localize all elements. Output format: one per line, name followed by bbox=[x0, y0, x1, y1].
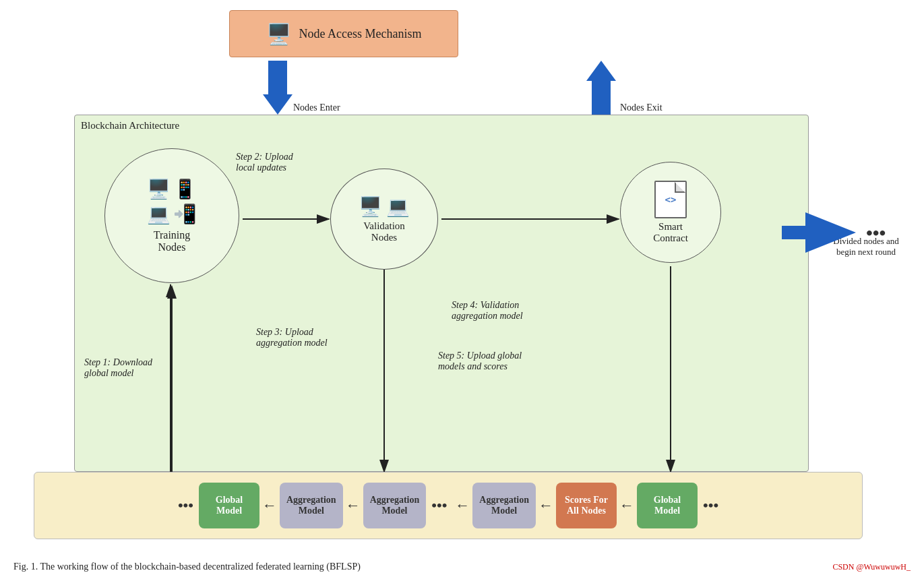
arrow-3: ← bbox=[455, 497, 470, 514]
step3-label: Step 3: Upload aggregation model bbox=[256, 327, 328, 348]
desktop2-icon: 🖥️ bbox=[359, 195, 382, 218]
step5-label: Step 5: Upload global models and scores bbox=[438, 351, 522, 372]
validation-nodes-circle: 🖥️ 💻 ValidationNodes bbox=[330, 169, 438, 270]
training-nodes-circle: 🖥️ 📱 💻 📲 Training Nodes bbox=[104, 148, 239, 283]
laptop-icon: 💻 bbox=[147, 203, 171, 225]
laptop2-icon: 💻 bbox=[386, 195, 410, 218]
global-model-box-right: GlobalModel bbox=[637, 483, 698, 528]
smart-contract-doc-icon: <> bbox=[654, 181, 687, 218]
dots-middle: ••• bbox=[431, 497, 447, 514]
main-container: 🖥️ Node Access Mechanism Nodes Enter Nod… bbox=[0, 0, 924, 579]
arrow-5: ← bbox=[619, 497, 634, 514]
dots-right: ••• bbox=[703, 497, 718, 514]
tablet-icon: 📱 bbox=[173, 178, 197, 200]
down-arrow-svg bbox=[263, 61, 292, 115]
nodes-enter-label: Nodes Enter bbox=[293, 102, 340, 113]
validation-icons: 🖥️ 💻 bbox=[359, 195, 410, 218]
validation-nodes-label: ValidationNodes bbox=[363, 220, 405, 243]
training-icons: 🖥️ 📱 💻 📲 bbox=[147, 178, 197, 225]
step1-label: Step 1: Download global model bbox=[84, 357, 152, 379]
blockchain-label: Blockchain Architecture bbox=[81, 120, 179, 131]
node-access-label: Node Access Mechanism bbox=[299, 27, 422, 41]
arrow-2: ← bbox=[346, 497, 361, 514]
computer-icon: 🖥️ bbox=[266, 22, 291, 46]
up-arrow-svg bbox=[586, 61, 616, 115]
divided-nodes-label: Divided nodes and begin next round bbox=[819, 236, 913, 257]
nodes-exit-label: Nodes Exit bbox=[620, 102, 663, 113]
arrow-4: ← bbox=[538, 497, 553, 514]
scores-all-nodes-box: Scores ForAll Nodes bbox=[556, 483, 617, 528]
node-access-box: 🖥️ Node Access Mechanism bbox=[229, 10, 458, 57]
aggregation-model-box-1: AggregationModel bbox=[280, 483, 343, 528]
aggregation-model-box-3: AggregationModel bbox=[472, 483, 536, 528]
csdn-watermark: CSDN @WuwuwuwH_ bbox=[832, 562, 911, 572]
training-nodes-label: Training Nodes bbox=[154, 229, 191, 253]
desktop-icon: 🖥️ bbox=[147, 178, 171, 200]
global-model-box-left: GlobalModel bbox=[199, 483, 259, 528]
storage-strip: ••• GlobalModel ← AggregationModel ← Agg… bbox=[34, 472, 863, 539]
dots-left: ••• bbox=[178, 497, 193, 514]
phone-icon: 📲 bbox=[173, 203, 197, 225]
smart-contract-circle: <> SmartContract bbox=[620, 162, 721, 263]
svg-marker-1 bbox=[586, 61, 616, 115]
nodes-enter-arrow bbox=[263, 61, 292, 115]
nodes-exit-arrow bbox=[586, 61, 616, 115]
step2-label: Step 2: Upload local updates bbox=[236, 152, 293, 173]
arrow-1: ← bbox=[262, 497, 277, 514]
code-icon: <> bbox=[665, 194, 677, 205]
aggregation-model-box-2: AggregationModel bbox=[363, 483, 427, 528]
caption: Fig. 1. The working flow of the blockcha… bbox=[13, 561, 361, 572]
svg-marker-0 bbox=[263, 61, 292, 115]
smart-contract-label: SmartContract bbox=[653, 221, 688, 244]
step4-label: Step 4: Validation aggregation model bbox=[452, 300, 523, 322]
